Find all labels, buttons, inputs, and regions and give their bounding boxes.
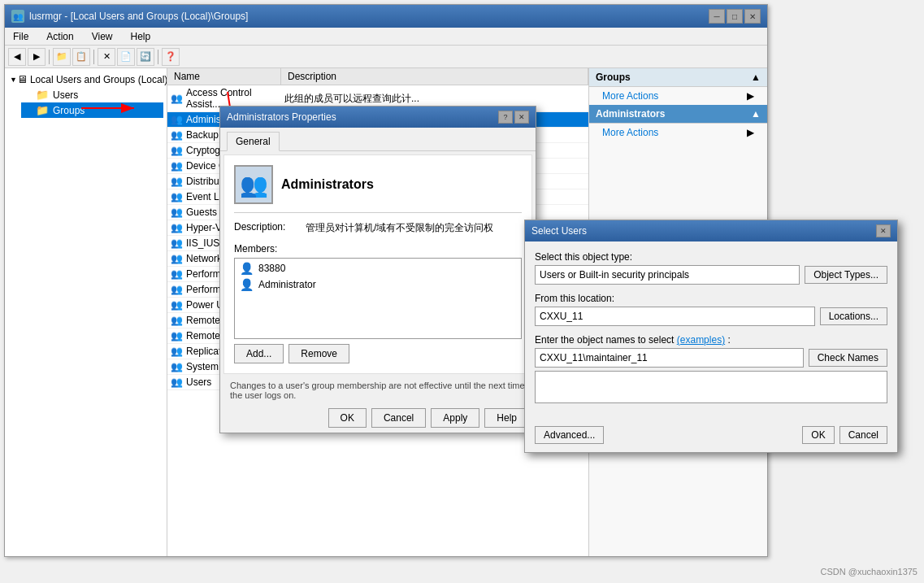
admin-help-button[interactable]: Help [484, 408, 529, 428]
minimize-button[interactable]: ─ [709, 9, 725, 24]
object-types-button[interactable]: Object Types... [805, 266, 887, 284]
admin-group-name: Administrators [281, 177, 374, 192]
users-folder-icon: 📁 [36, 89, 50, 101]
tree-users-label: Users [53, 89, 78, 101]
object-type-label: Select this object type: [535, 251, 887, 263]
admin-cancel-button[interactable]: Cancel [371, 408, 426, 428]
computer-icon: 🖥 [17, 73, 28, 85]
group-icon: 👥 [171, 114, 183, 125]
names-input[interactable] [535, 348, 804, 368]
tab-general[interactable]: General [227, 132, 280, 151]
actions-admin-more-link[interactable]: More Actions [602, 127, 658, 138]
toolbar-refresh[interactable]: 🔄 [137, 48, 154, 66]
admin-dialog-body: 👥 Administrators Description: 管理员对计算机/域有… [223, 154, 532, 374]
admin-dialog-close-btn[interactable]: ✕ [514, 111, 529, 124]
admin-apply-button[interactable]: Apply [431, 408, 479, 428]
members-action-row: Add... Remove [234, 344, 522, 363]
watermark: CSDN @xuchaoxin1375 [821, 567, 917, 576]
admin-dialog-title-text: Administrators Properties [227, 111, 336, 123]
names-link[interactable]: (examples) [677, 334, 725, 346]
toolbar-sep-1 [49, 50, 50, 64]
group-icon: 👥 [171, 253, 183, 264]
main-window-icon: 👥 [11, 10, 24, 23]
select-users-cancel-button[interactable]: Cancel [839, 426, 887, 444]
actions-groups-more-link[interactable]: More Actions [602, 90, 658, 102]
admin-dialog-title-bar: Administrators Properties ? ✕ [220, 107, 536, 128]
object-type-row: Select this object type: Object Types... [535, 251, 887, 285]
description-row: Description: 管理员对计算机/域有不受限制的完全访问权 [234, 221, 522, 235]
select-users-ok-button[interactable]: OK [802, 426, 834, 444]
remove-member-button[interactable]: Remove [288, 344, 349, 363]
member-item-83880[interactable]: 👤 83880 [236, 260, 519, 276]
member-icon-administrator: 👤 [240, 278, 254, 291]
admin-ok-button[interactable]: OK [328, 408, 367, 428]
main-title-bar: 👥 lusrmgr - [Local Users and Groups (Loc… [5, 5, 767, 28]
tree-node-groups[interactable]: 📁 Groups [21, 102, 163, 118]
group-icon: 👥 [171, 160, 183, 172]
close-button[interactable]: ✕ [744, 9, 761, 24]
actions-groups-header[interactable]: Groups ▲ [589, 68, 767, 87]
location-row: From this location: Locations... [535, 293, 887, 326]
group-icon: 👥 [171, 299, 183, 311]
group-icon: 👥 [171, 222, 183, 233]
select-users-title-bar: Select Users ✕ [525, 220, 897, 241]
advanced-button[interactable]: Advanced... [535, 426, 604, 444]
names-label: Enter the object names to select (exampl… [535, 334, 887, 346]
description-label: Description: [234, 221, 299, 233]
group-icon: 👥 [171, 346, 183, 357]
object-type-input[interactable] [535, 265, 800, 285]
actions-groups-more-arrow: ▶ [747, 90, 754, 102]
actions-groups-chevron: ▲ [751, 72, 761, 83]
location-input[interactable] [535, 307, 815, 326]
tree-node-root[interactable]: ▼ 🖥 Local Users and Groups (Local) [8, 72, 163, 87]
actions-admin-chevron: ▲ [751, 108, 761, 120]
names-label-text: Enter the object names to select [535, 334, 674, 346]
group-icon: 👥 [171, 191, 183, 202]
list-header: Name Description [167, 68, 588, 85]
toolbar-up[interactable]: 📁 [53, 48, 71, 66]
groups-folder-icon: 📁 [36, 104, 50, 116]
actions-admin-header[interactable]: Administrators ▲ [589, 105, 767, 124]
toolbar-show-hide[interactable]: 📋 [72, 48, 90, 66]
menu-view[interactable]: View [87, 29, 118, 44]
actions-groups-more[interactable]: More Actions ▶ [589, 87, 767, 105]
add-member-button[interactable]: Add... [234, 344, 284, 363]
expand-icon-root: ▼ [10, 76, 17, 84]
group-icon: 👥 [171, 93, 183, 104]
maximize-button[interactable]: □ [727, 9, 743, 24]
tab-general-label: General [236, 136, 271, 147]
member-item-administrator[interactable]: 👤 Administrator [236, 276, 519, 293]
main-window-title: lusrmgr - [Local Users and Groups (Local… [29, 11, 248, 22]
admin-footer-note-text: Changes to a user's group membership are… [230, 381, 525, 400]
group-icon: 👥 [171, 268, 183, 280]
actions-admin-more-arrow: ▶ [747, 127, 754, 138]
actions-admin-more[interactable]: More Actions ▶ [589, 124, 767, 141]
select-users-dialog: Select Users ✕ Select this object type: … [524, 220, 898, 453]
menu-file[interactable]: File [8, 29, 33, 44]
menu-help[interactable]: Help [126, 29, 156, 44]
check-names-button[interactable]: Check Names [809, 349, 887, 367]
toolbar-delete[interactable]: ✕ [98, 48, 115, 66]
location-label: From this location: [535, 293, 887, 304]
toolbar-forward[interactable]: ▶ [28, 48, 46, 66]
col-header-name[interactable]: Name [167, 68, 281, 85]
window-controls: ─ □ ✕ [709, 9, 761, 24]
toolbar-properties[interactable]: 📄 [117, 48, 135, 66]
locations-button[interactable]: Locations... [820, 307, 887, 325]
select-users-close-btn[interactable]: ✕ [876, 224, 891, 237]
toolbar-back[interactable]: ◀ [8, 48, 26, 66]
member-name-administrator: Administrator [258, 279, 316, 290]
admin-dialog-buttons: OK Cancel Apply Help [220, 403, 536, 433]
group-icon: 👥 [171, 129, 183, 141]
admin-dialog-help-btn[interactable]: ? [498, 111, 513, 124]
group-icon: 👥 [171, 315, 183, 326]
list-row-desc: 此组的成员可以远程查询此计... [281, 92, 588, 106]
group-icon: 👥 [171, 176, 183, 187]
tree-node-users[interactable]: 📁 Users [21, 87, 163, 102]
admin-group-icon: 👥 [234, 165, 273, 204]
group-icon: 👥 [171, 330, 183, 342]
toolbar-help[interactable]: ❓ [162, 48, 180, 66]
menu-action[interactable]: Action [41, 29, 78, 44]
actions-groups-label: Groups [596, 72, 631, 83]
col-header-desc[interactable]: Description [281, 68, 588, 85]
